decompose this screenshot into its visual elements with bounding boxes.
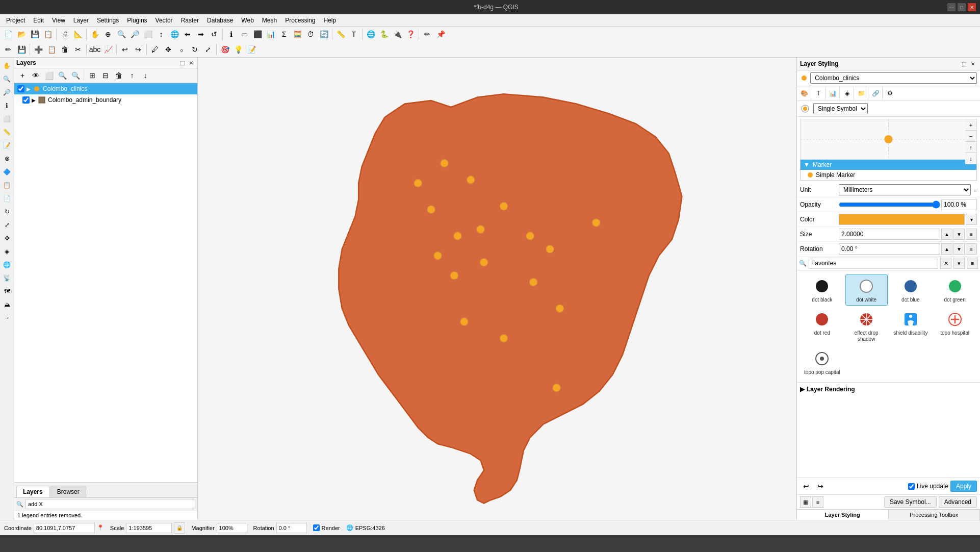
show-all-button[interactable]: 👁 (30, 69, 42, 82)
scale-input[interactable] (126, 523, 172, 533)
pan-button[interactable]: ✋ (89, 28, 101, 40)
select-features-button[interactable]: ▭ (238, 28, 250, 40)
hide-all-button[interactable]: ⬜ (43, 69, 55, 82)
menu-project[interactable]: Project (2, 16, 29, 25)
zoom-full-button[interactable]: 🌐 (168, 28, 180, 40)
scale-lt-button[interactable]: ⤢ (1, 219, 13, 231)
python-button[interactable]: 🐍 (378, 28, 390, 40)
menu-plugins[interactable]: Plugins (123, 16, 151, 25)
zoom-in-lt-button[interactable]: 🔍 (1, 73, 13, 85)
list-view-button[interactable]: ≡ (812, 496, 823, 508)
collapse-all-button[interactable]: ⊟ (99, 69, 112, 82)
select-lt-button[interactable]: ⬜ (1, 113, 13, 125)
add-group-button[interactable]: + (16, 69, 29, 82)
scale-button[interactable]: ⤢ (202, 43, 214, 56)
status-rotation-input[interactable] (276, 523, 307, 533)
zoom-layer-button[interactable]: ↕ (155, 28, 167, 40)
favorites-search-input[interactable] (809, 258, 938, 269)
label-button[interactable]: T (348, 28, 360, 40)
styling-undock-button[interactable]: ⬚ (960, 60, 968, 68)
select-button[interactable]: ⊕ (102, 28, 114, 40)
rpanel-tab-processing[interactable]: Processing Toolbox (889, 510, 981, 520)
stats-button[interactable]: Σ (278, 28, 290, 40)
menu-database[interactable]: Database (203, 16, 237, 25)
menu-web[interactable]: Web (237, 16, 257, 25)
rotate-button[interactable]: ↻ (189, 43, 201, 56)
move-down-button[interactable]: ↓ (139, 69, 151, 82)
render-checkbox[interactable] (313, 524, 320, 531)
move-up-button[interactable]: ↑ (126, 69, 138, 82)
sym-cell-dot-white[interactable]: dot white (845, 274, 888, 306)
minimize-button[interactable]: — (947, 3, 956, 11)
wms-button[interactable]: 🌐 (365, 28, 377, 40)
filter-legend-button[interactable]: 🔍 (69, 69, 82, 82)
identify-lt-button[interactable]: ℹ (1, 99, 13, 112)
save-as-button[interactable]: 📋 (42, 28, 54, 40)
maximize-button[interactable]: □ (958, 3, 966, 11)
save-edits-button[interactable]: 💾 (15, 43, 28, 56)
rotation-down-button[interactable]: ▼ (953, 243, 965, 255)
grid-view-button[interactable]: ▦ (800, 496, 811, 508)
annotation-lt-button[interactable]: 📝 (1, 139, 13, 152)
map-tips-button[interactable]: 💡 (232, 43, 244, 56)
rotate-lt-button[interactable]: ↻ (1, 206, 13, 218)
deselect-lt-button[interactable]: ⊗ (1, 153, 13, 165)
add-layer-button[interactable]: ➕ (32, 43, 44, 56)
live-update-checkbox[interactable] (908, 483, 915, 490)
map3d-lt-button[interactable]: 🗺 (1, 285, 13, 297)
undo-style-button[interactable]: ↩ (800, 480, 812, 492)
layer-select-dropdown[interactable]: Colombo_clinics (810, 72, 977, 84)
layers-undock-button[interactable]: ⬚ (178, 59, 186, 67)
identify-button[interactable]: ℹ (225, 28, 237, 40)
rpanel-tab-styling[interactable]: Layer Styling (797, 510, 889, 520)
preview-up-button[interactable]: ↑ (965, 142, 976, 153)
undo-button[interactable]: ↩ (119, 43, 131, 56)
menu-vector[interactable]: Vector (151, 16, 177, 25)
label-tool-button[interactable]: abc (89, 43, 101, 56)
zoom-next-button[interactable]: ➡ (195, 28, 207, 40)
arrow-lt-button[interactable]: → (1, 312, 13, 324)
tab-browser[interactable]: Browser (50, 486, 86, 497)
layer-item-boundary[interactable]: ▶ Colombo_admin_boundary (14, 94, 197, 106)
sym-cell-topo-pop-capital[interactable]: topo pop capital (801, 347, 843, 378)
new-project-button[interactable]: 📄 (2, 28, 14, 40)
snap-button[interactable]: 🎯 (219, 43, 231, 56)
rotation-input[interactable] (839, 243, 940, 255)
remove-layer-button[interactable]: 🗑 (113, 69, 125, 82)
print-layout-button[interactable]: 📐 (72, 28, 84, 40)
add-layer2-button[interactable]: 📋 (45, 43, 58, 56)
size-input[interactable] (839, 229, 940, 240)
menu-edit[interactable]: Edit (29, 16, 48, 25)
layer-lt-button[interactable]: 📋 (1, 179, 13, 191)
measure-lt-button[interactable]: 📏 (1, 126, 13, 138)
favorites-clear-button[interactable]: ✕ (940, 258, 951, 269)
timer-button[interactable]: ⏱ (304, 28, 317, 40)
menu-help[interactable]: Help (320, 16, 341, 25)
globe-lt-button[interactable]: 🌐 (1, 259, 13, 271)
favorites-options-button[interactable]: ≡ (967, 258, 978, 269)
coordinate-input[interactable] (34, 523, 95, 533)
digitize-button[interactable]: ✏ (421, 28, 433, 40)
scale-lock-button[interactable]: 🔒 (174, 522, 185, 534)
menu-settings[interactable]: Settings (93, 16, 123, 25)
annotations-button[interactable]: 📝 (245, 43, 257, 56)
attribute-table-button[interactable]: 📊 (265, 28, 277, 40)
opacity-input[interactable] (941, 199, 977, 210)
menu-layer[interactable]: Layer (69, 16, 93, 25)
gps-lt-button[interactable]: 📡 (1, 272, 13, 284)
style-source-button[interactable]: 📁 (854, 86, 868, 101)
sym-cell-dot-black[interactable]: dot black (801, 274, 843, 306)
form-lt-button[interactable]: 📄 (1, 192, 13, 205)
unit-select[interactable]: Millimeters Pixels Points (839, 184, 971, 195)
sym-cell-topo-hospital[interactable]: topo hospital (934, 308, 976, 345)
layers-close-button[interactable]: ✕ (187, 59, 195, 67)
apply-button[interactable]: Apply (950, 481, 977, 492)
rotation-field-button[interactable]: ≡ (966, 243, 977, 255)
deselect-button[interactable]: ⬛ (251, 28, 264, 40)
menu-raster[interactable]: Raster (177, 16, 203, 25)
redo-button[interactable]: ↪ (132, 43, 144, 56)
size-unit-button[interactable]: ≡ (966, 229, 977, 240)
calculator-button[interactable]: 🧮 (291, 28, 303, 40)
tab-layers[interactable]: Layers (16, 486, 49, 497)
toggle-edit-button[interactable]: ✏ (2, 43, 14, 56)
